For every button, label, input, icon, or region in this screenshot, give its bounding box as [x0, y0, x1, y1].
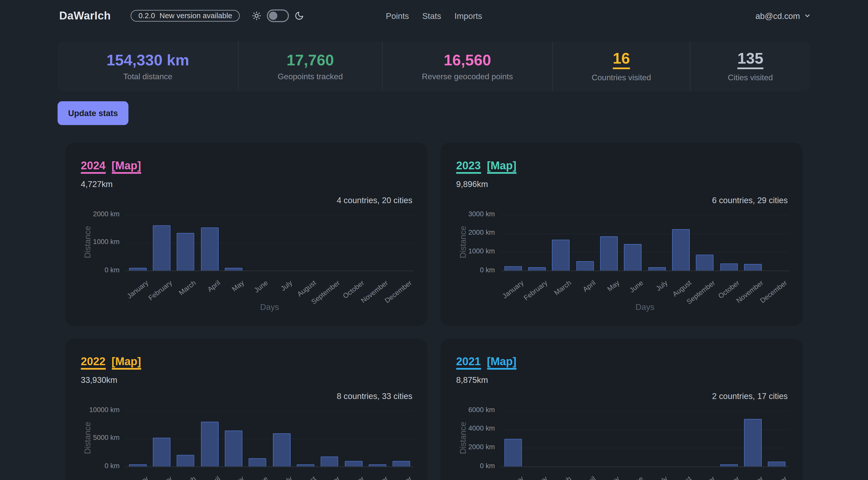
bar-march	[177, 233, 194, 270]
year-card-2021: 2021[Map]8,875km2 countries, 17 cities0 …	[440, 339, 803, 480]
x-axis-month-label: May	[576, 475, 621, 480]
x-axis-month-label: December	[369, 475, 413, 480]
nav-stats[interactable]: Stats	[422, 11, 441, 20]
bar-august	[297, 465, 314, 467]
x-axis-month-label: April	[552, 475, 597, 480]
bar-january	[504, 439, 522, 467]
bar-october	[720, 263, 738, 270]
bar-june	[624, 244, 642, 270]
stat-label: Cities visited	[728, 73, 773, 82]
gridline	[501, 411, 789, 411]
stat-label: Countries visited	[592, 73, 651, 82]
stat-total-distance: 154,330 km Total distance	[58, 41, 239, 91]
x-axis-title: Days	[501, 302, 789, 312]
user-menu[interactable]: ab@cd.com	[755, 11, 811, 20]
gridline	[126, 215, 413, 215]
x-axis-month-label: November	[720, 475, 765, 480]
y-axis-tick-label: 0 km	[445, 266, 495, 274]
bar-december	[768, 461, 786, 467]
y-axis-tick-label: 1000 km	[70, 238, 119, 246]
bar-april	[201, 227, 218, 271]
bar-june	[249, 458, 266, 467]
cities-visited-link[interactable]: 135	[738, 51, 763, 69]
y-axis-tick-label: 6000 km	[445, 406, 495, 414]
bar-march	[177, 455, 194, 467]
top-bar: DaWarIch 0.2.0 New version available Poi…	[0, 0, 868, 31]
nav-imports[interactable]: Imports	[455, 11, 482, 20]
x-axis-month-label: October	[696, 475, 741, 480]
gridline	[501, 252, 789, 252]
theme-toggle[interactable]	[267, 9, 289, 22]
x-axis-month-label: October	[321, 475, 366, 480]
bar-september	[321, 456, 338, 467]
version-label: New version available	[160, 11, 232, 20]
countries-visited-link[interactable]: 16	[613, 51, 630, 69]
y-axis-tick-label: 3000 km	[445, 210, 495, 218]
x-axis-month-label: February	[129, 475, 174, 480]
theme-switcher	[252, 9, 304, 22]
bar-november	[744, 264, 762, 270]
bar-march	[552, 240, 570, 271]
stat-cities: 135 Cities visited	[690, 41, 810, 91]
x-axis-month-label: April	[177, 475, 222, 480]
x-axis-month-label: June	[600, 475, 645, 480]
bar-may	[225, 431, 242, 467]
y-axis-tick-label: 2000 km	[70, 210, 119, 218]
stat-reverse-geocoded: 16,560 Reverse geocoded points	[382, 41, 553, 91]
y-axis-tick-label: 10000 km	[70, 406, 119, 414]
bar-may	[600, 236, 618, 270]
distance-bar-chart[interactable]: 0 km1000 km2000 km3000 kmJanuaryFebruary…	[440, 143, 803, 326]
gridline	[126, 411, 413, 411]
x-axis-month-label: January	[480, 475, 525, 480]
bar-january	[504, 266, 522, 270]
x-axis-month-label: June	[225, 475, 270, 480]
stat-label: Reverse geocoded points	[422, 72, 513, 81]
main-nav: Points Stats Imports	[386, 11, 482, 20]
x-axis-month-label: August	[648, 475, 693, 480]
stats-row: 154,330 km Total distance 17,760 Geopoin…	[58, 41, 810, 91]
year-cards: 2024[Map]4,727km4 countries, 20 cities0 …	[65, 143, 803, 480]
y-axis-tick-label: 0 km	[445, 462, 495, 470]
x-axis-month-label: January	[105, 475, 150, 480]
x-axis-month-label: July	[624, 475, 669, 480]
stat-geopoints: 17,760 Geopoints tracked	[239, 41, 382, 91]
chevron-down-icon	[804, 12, 811, 19]
bar-may	[225, 268, 242, 270]
version-badge[interactable]: 0.2.0 New version available	[131, 9, 240, 21]
x-axis-month-label: September	[672, 475, 717, 480]
sun-icon	[252, 11, 261, 20]
bar-february	[153, 225, 170, 270]
distance-bar-chart[interactable]: 0 km1000 km2000 kmJanuaryFebruaryMarchAp…	[65, 143, 428, 326]
update-stats-button[interactable]: Update stats	[58, 101, 128, 125]
bar-february	[153, 438, 170, 467]
gridline	[501, 270, 789, 271]
nav-points[interactable]: Points	[386, 11, 409, 20]
stat-value: 17,760	[286, 52, 334, 68]
y-axis-title: Distance	[83, 405, 92, 471]
y-axis-tick-label: 1000 km	[445, 247, 495, 255]
bar-april	[576, 261, 594, 271]
gridline	[126, 270, 413, 271]
x-axis-month-label: September	[297, 475, 342, 480]
distance-bar-chart[interactable]: 0 km2000 km4000 km6000 kmJanuaryFebruary…	[440, 339, 803, 480]
x-axis-month-label: May	[201, 475, 246, 480]
gridline	[501, 467, 789, 467]
user-email: ab@cd.com	[755, 11, 800, 20]
x-axis-month-label: March	[153, 475, 198, 480]
bar-july	[273, 433, 290, 467]
bar-april	[201, 421, 218, 467]
stat-value: 16,560	[443, 52, 491, 68]
app-logo[interactable]: DaWarIch	[59, 9, 111, 22]
distance-bar-chart[interactable]: 0 km5000 km10000 kmJanuaryFebruaryMarchA…	[65, 339, 428, 480]
y-axis-tick-label: 0 km	[70, 266, 119, 274]
stat-countries: 16 Countries visited	[553, 41, 690, 91]
x-axis-month-label: December	[744, 475, 789, 480]
y-axis-title: Distance	[458, 405, 467, 471]
gridline	[501, 233, 789, 234]
y-axis-tick-label: 2000 km	[445, 443, 495, 451]
y-axis-title: Distance	[83, 209, 92, 275]
bar-july	[648, 267, 666, 270]
version-number: 0.2.0	[138, 11, 155, 20]
x-axis-month-label: July	[249, 475, 293, 480]
bar-october	[345, 461, 362, 467]
